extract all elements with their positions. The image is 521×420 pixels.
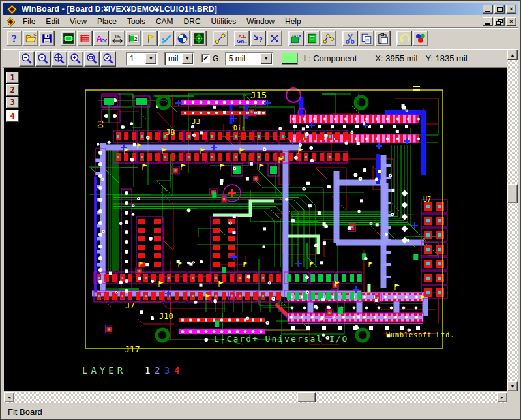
globe-icon [177,33,188,44]
zoom-window-button[interactable] [84,51,100,67]
close-icon: × [509,7,513,12]
label-j17: J17 [125,344,140,354]
close-button[interactable]: × [506,5,516,14]
chip-query-icon: ? [290,33,302,44]
query-button[interactable]: ? [250,31,266,46]
route-button[interactable] [213,31,228,46]
copper-pour-button[interactable] [77,31,93,46]
swap-gates-button[interactable] [267,31,282,46]
grid-size-dropdown-icon[interactable]: ▼ [261,53,272,64]
undo-button[interactable] [396,31,412,46]
document-icon [6,17,16,27]
menu-help[interactable]: Help [280,16,306,27]
netlist-button[interactable] [321,31,336,46]
menu-items: File Edit View Place Tools CAM DRC Utili… [18,16,306,27]
maximize-button[interactable] [494,5,505,14]
unit-combo[interactable]: mil ▼ [164,52,194,65]
menu-drc[interactable]: DRC [179,16,206,27]
mdi-close-button[interactable]: × [506,17,516,26]
menu-tools[interactable]: Tools [122,16,151,27]
red-grid-icon [79,33,91,44]
scrollbar-corner [507,392,518,403]
scroll-down-button[interactable]: ▼ [507,381,518,391]
colors-icon [415,33,426,44]
scroll-right-button[interactable]: ► [497,392,507,402]
zoom-crosshair-button[interactable] [52,51,67,67]
mdi-minimize-icon [485,23,490,25]
zoom-fit-button[interactable] [100,51,116,67]
component-button[interactable] [61,31,76,46]
svg-text:?: ? [297,33,301,42]
zoom-window-icon [86,53,98,65]
colors-button[interactable] [413,31,428,46]
report-button[interactable] [305,31,320,46]
vertical-scroll-thumb[interactable] [507,184,518,203]
board-title-text: L-Card+ Universal I/O [214,334,348,344]
zoom-point-button[interactable] [35,51,51,67]
text-tool-button[interactable]: A bc [93,31,109,46]
zoom-out-button[interactable] [19,51,35,67]
minimize-button[interactable] [483,5,493,14]
target-button[interactable] [191,31,207,46]
zoom-in-button[interactable] [68,51,83,67]
svg-text:Gn..: Gn.. [237,38,246,44]
layer-4-button[interactable]: 4 [6,110,19,122]
active-layer-swatch[interactable] [282,53,297,64]
svg-text:2: 2 [134,36,138,42]
scroll-left-button[interactable]: ◄ [4,392,14,402]
status-bar: Fit Board [3,404,518,419]
menu-cam[interactable]: CAM [151,16,179,27]
menu-place[interactable]: Place [92,16,122,27]
layer-readout-3: 3 [164,365,170,376]
dimension-button[interactable]: 15 [110,31,125,46]
report-doc-icon [306,33,318,44]
unit-dropdown-icon[interactable]: ▼ [182,53,193,64]
layer-readout-2: 2 [155,365,160,376]
layer-3-button[interactable]: 3 [6,97,19,108]
menu-file[interactable]: File [18,16,40,27]
drc-check-button[interactable] [158,31,174,46]
view-toolbar: 1 ▼ mil ▼ ✓ G: 5 mil ▼ L: Component X: 3… [3,49,518,68]
component-query-button[interactable]: ? [288,31,304,46]
layer-2-button[interactable]: 2 [6,84,19,96]
label-j15: J15 [250,90,267,100]
mdi-restore-button[interactable] [494,17,505,26]
layer-1-button[interactable]: 1 [6,72,19,83]
copy-icon [361,33,372,44]
layer-pair-button[interactable]: 2 [126,31,141,46]
maximize-icon [497,7,503,12]
rename-gate-icon: A1. Gn.. [236,33,248,44]
menu-edit[interactable]: Edit [40,16,65,27]
horizontal-scrollbar[interactable]: ◄ ► [4,392,507,403]
zoom-out-icon [21,53,33,65]
menu-utilities[interactable]: Utilities [206,16,242,27]
zoom-level-combo[interactable]: 1 ▼ [126,52,158,65]
open-button[interactable] [23,31,38,46]
grid-checkbox[interactable]: ✓ [201,54,210,63]
grid-size-combo[interactable]: 5 mil ▼ [225,52,273,65]
zoom-level-dropdown-icon[interactable]: ▼ [145,53,156,64]
help-button[interactable]: ? [7,31,22,46]
label-d3: D3 [97,120,104,128]
check-icon [160,33,172,44]
cut-button[interactable] [342,31,358,46]
company-text: Humblesoft Ltd. [386,331,454,338]
active-layer-readout: L: Component [304,53,357,63]
copy-button[interactable] [359,31,374,46]
mdi-restore-icon [496,19,503,25]
vertical-scrollbar[interactable]: ▲ ▼ [507,50,518,391]
pcb-canvas[interactable]: 1 2 3 4 J15 J8 J3 D3 Dir J7 J10 J17 U7 L… [4,68,507,391]
paste-button[interactable] [375,31,391,46]
flag-button[interactable] [142,31,158,46]
horizontal-scroll-thumb[interactable] [297,392,316,402]
menu-view[interactable]: View [65,16,92,27]
world-view-button[interactable] [175,31,190,46]
rename-gate-button[interactable]: A1. Gn.. [234,31,250,46]
label-u7: U7 [423,196,431,203]
save-button[interactable] [39,31,55,46]
mdi-minimize-button[interactable] [483,17,493,26]
zoom-crosshair-icon [53,53,65,65]
scroll-up-button[interactable]: ▲ [507,50,518,60]
main-toolbar: ? [3,29,518,48]
menu-window[interactable]: Window [241,16,280,27]
